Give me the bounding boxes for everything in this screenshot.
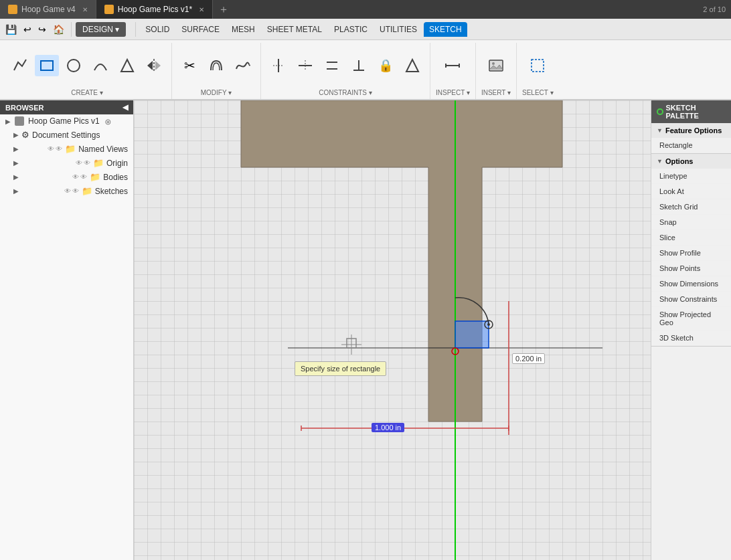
options-header[interactable]: ▼ Options (651, 154, 731, 169)
sidebar-item-named-views[interactable]: ▶ 👁 👁 📁 Named Views (0, 142, 133, 156)
main-layout: BROWSER ◀ ▶ Hoop Game Pics v1 ◎ ▶ ⚙ Docu… (0, 100, 731, 560)
option-sketch-grid[interactable]: Sketch Grid (651, 199, 731, 215)
inspect-group-label[interactable]: INSPECT ▾ (436, 89, 470, 96)
circle-tool-btn[interactable] (62, 55, 86, 76)
menu-utilities[interactable]: UTILITIES (374, 22, 422, 37)
svg-rect-20 (532, 60, 544, 72)
spline-btn[interactable] (231, 55, 255, 76)
design-dropdown[interactable]: DESIGN ▾ (76, 22, 126, 37)
measure-icon (443, 56, 462, 75)
arc-tool-btn[interactable] (88, 55, 112, 76)
rect-tool-btn[interactable] (35, 55, 59, 76)
option-slice[interactable]: Slice (651, 230, 731, 246)
option-linetype[interactable]: Linetype (651, 169, 731, 184)
tab-hoop-game-v4[interactable]: Hoop Game v4 ✕ (0, 0, 96, 19)
home-icon[interactable]: 🏠 (50, 23, 67, 36)
create-group-label[interactable]: CREATE ▾ (71, 89, 103, 96)
constraint-lock-btn[interactable]: 🔒 (374, 55, 398, 76)
option-show-dimensions[interactable]: Show Dimensions (651, 276, 731, 292)
origin-expand-icon: ▶ (13, 159, 19, 167)
scissors-btn[interactable]: ✂ (177, 55, 201, 76)
perp-icon (349, 56, 368, 75)
mirror-tool-btn[interactable] (142, 55, 166, 76)
options-section: ▼ Options Linetype Look At Sketch Grid S… (651, 154, 731, 347)
constraint-parallel-btn[interactable] (320, 55, 344, 76)
constraint-perp-btn[interactable] (347, 55, 371, 76)
sidebar-item-bodies[interactable]: ▶ 👁 👁 📁 Bodies (0, 170, 133, 184)
menu-surface[interactable]: SURFACE (176, 22, 225, 37)
line-icon (11, 56, 29, 75)
select-box-btn[interactable] (525, 55, 550, 76)
offset-btn[interactable] (204, 55, 228, 76)
browser-panel: BROWSER ◀ ▶ Hoop Game Pics v1 ◎ ▶ ⚙ Docu… (0, 100, 134, 560)
sketch-palette-header: SKETCH PALETTE (651, 100, 731, 123)
eye2-icon-sketches[interactable]: 👁 (72, 187, 79, 195)
sketches-label: Sketches (95, 187, 128, 196)
redo-icon[interactable]: ↪ (35, 23, 49, 36)
line-tool-btn[interactable] (8, 55, 32, 76)
dimension-label-height[interactable]: 0.200 in (512, 353, 545, 364)
browser-collapse-btn[interactable]: ◀ (123, 103, 128, 112)
sidebar-item-doc-settings[interactable]: ▶ ⚙ Document Settings (0, 128, 133, 142)
option-show-constraints[interactable]: Show Constraints (651, 292, 731, 307)
options-label: Options (665, 157, 694, 165)
sketches-expand-icon: ▶ (13, 187, 19, 195)
arc-icon (91, 56, 110, 75)
menu-solid[interactable]: SOLID (140, 22, 175, 37)
option-snap[interactable]: Snap (651, 215, 731, 230)
image-insert-btn[interactable] (484, 55, 508, 76)
option-show-projected-geo[interactable]: Show Projected Geo (651, 307, 731, 331)
eye-icon-origin[interactable]: 👁 (76, 159, 82, 167)
eye-icon-nv[interactable]: 👁 (48, 145, 54, 153)
sidebar-item-root[interactable]: ▶ Hoop Game Pics v1 ◎ (0, 114, 133, 128)
svg-point-19 (492, 62, 495, 65)
eye-icon-sketches[interactable]: 👁 (64, 187, 71, 195)
option-3d-sketch[interactable]: 3D Sketch (651, 331, 731, 346)
save-icon[interactable]: 💾 (3, 23, 19, 36)
offset-icon (207, 56, 226, 75)
insert-group: INSERT ▾ (476, 43, 517, 99)
measure-btn[interactable] (440, 55, 465, 76)
option-show-points[interactable]: Show Points (651, 261, 731, 276)
menu-bar: 💾 ↩ ↪ 🏠 DESIGN ▾ SOLID SURFACE MESH SHEE… (0, 19, 731, 40)
menu-sketch[interactable]: SKETCH (424, 22, 467, 37)
tab-hoop-game-pics[interactable]: Hoop Game Pics v1* ✕ (96, 0, 213, 19)
select-icons (525, 43, 550, 88)
option-look-at[interactable]: Look At (651, 184, 731, 199)
undo-icon[interactable]: ↩ (21, 23, 34, 36)
tab-counter: 2 of 10 (698, 0, 731, 19)
eye2-icon-origin[interactable]: 👁 (84, 159, 90, 167)
constraint-horiz-btn[interactable] (293, 55, 317, 76)
sidebar-item-origin[interactable]: ▶ 👁 👁 📁 Origin (0, 156, 133, 170)
menu-plastic[interactable]: PLASTIC (329, 22, 373, 37)
constraint-eq-btn[interactable] (400, 55, 424, 76)
menu-sheet-metal[interactable]: SHEET METAL (262, 22, 327, 37)
bodies-folder-icon: 📁 (90, 172, 100, 182)
named-views-expand-icon: ▶ (13, 145, 19, 153)
sidebar-item-sketches[interactable]: ▶ 👁 👁 📁 Sketches (0, 184, 133, 198)
select-group-label[interactable]: SELECT ▾ (522, 89, 554, 96)
triangle-tool-btn[interactable] (115, 55, 139, 76)
feature-option-rectangle[interactable]: Rectangle (651, 138, 731, 153)
tab-close-2[interactable]: ✕ (199, 6, 204, 13)
constraint-vert-btn[interactable] (266, 55, 291, 76)
modify-group-label[interactable]: MODIFY ▾ (201, 89, 232, 96)
canvas-area[interactable]: Specify size of rectangle 1.000 in 0.200… (134, 100, 651, 560)
eye-icon-bodies[interactable]: 👁 (72, 173, 79, 181)
constraints-group-label[interactable]: CONSTRAINTS ▾ (319, 89, 372, 96)
feature-options-header[interactable]: ▼ Feature Options (651, 123, 731, 138)
eye2-icon-bodies[interactable]: 👁 (80, 173, 87, 181)
new-tab-button[interactable]: ＋ (213, 0, 234, 19)
insert-group-label[interactable]: INSERT ▾ (481, 89, 511, 96)
tab-bar: Hoop Game v4 ✕ Hoop Game Pics v1* ✕ ＋ 2 … (0, 0, 731, 19)
tab-close-1[interactable]: ✕ (82, 6, 88, 13)
dimension-label-width[interactable]: 1.000 in (372, 423, 404, 432)
spline-icon (234, 56, 252, 75)
create-group: CREATE ▾ (3, 43, 172, 99)
eye2-icon-nv[interactable]: 👁 (56, 145, 62, 153)
tab-label-2: Hoop Game Pics v1* (118, 5, 192, 14)
parallel-icon (323, 56, 341, 75)
option-show-profile[interactable]: Show Profile (651, 246, 731, 261)
doc-expand-icon: ▶ (13, 131, 19, 138)
menu-mesh[interactable]: MESH (226, 22, 260, 37)
